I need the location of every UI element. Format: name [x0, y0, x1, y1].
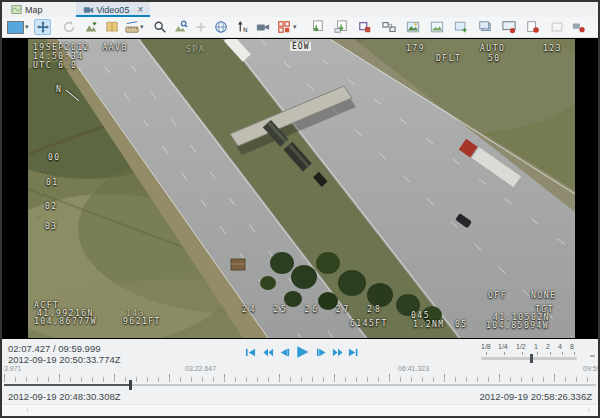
- scroll-right-icon[interactable]: ›: [587, 405, 590, 416]
- rewind-button[interactable]: [262, 347, 274, 358]
- ruler-label-4: 09:59: [583, 365, 600, 372]
- hud-utc-offset: UTC 6.0: [33, 61, 77, 70]
- step-forward-icon: [316, 347, 327, 358]
- seek-remaining: [132, 384, 596, 386]
- tab-video05[interactable]: Video05 ×: [76, 2, 151, 17]
- hud-fifty: 50: [488, 54, 501, 63]
- image-gallery-button[interactable]: [404, 19, 421, 35]
- image-chart-icon: [406, 20, 420, 34]
- pan-tool-button[interactable]: [34, 19, 51, 35]
- fast-forward-button[interactable]: [332, 347, 344, 358]
- snapshot-button[interactable]: [428, 19, 445, 35]
- speed-label-8x: 8: [570, 343, 574, 350]
- ruler-label-3: 06:41.323: [398, 365, 429, 372]
- surface-magnifier-icon: [174, 20, 188, 34]
- skip-start-icon: [245, 347, 256, 358]
- timeline-scroll-strip[interactable]: ‹ ›: [2, 404, 598, 417]
- hud-tgt-lon: 104.85094W: [486, 321, 549, 330]
- record-clip-button[interactable]: [524, 19, 541, 35]
- stop-record-icon: [550, 20, 564, 34]
- north-indicator: N: [56, 85, 62, 94]
- link-views-button[interactable]: [380, 19, 397, 35]
- export-frames-button[interactable]: [332, 19, 349, 35]
- speed-label-4x: 4: [558, 343, 562, 350]
- multiplexer-caret-icon[interactable]: ▾: [293, 23, 297, 31]
- camera-record-button[interactable]: [570, 19, 587, 35]
- hud-date: 19SEP2012 AAVB: [33, 43, 128, 52]
- add-image-icon: [454, 20, 468, 34]
- fast-forward-icon: [332, 347, 344, 358]
- add-graphic-icon: [194, 20, 208, 34]
- magnifier-icon: [153, 20, 167, 34]
- seek-bar[interactable]: [4, 384, 596, 387]
- speed-label-1x: 1: [534, 343, 538, 350]
- hud-eow-flag: EOW: [290, 42, 311, 51]
- save-frame-button[interactable]: [308, 19, 325, 35]
- tab-map[interactable]: Map: [4, 2, 50, 17]
- follow-camera-icon: [256, 20, 270, 34]
- picture-icon: [430, 20, 444, 34]
- video-viewport[interactable]: 19SEP2012 AAVB 14:50:34 UTC 6.0 SPA EOW …: [28, 39, 575, 338]
- export-frames-icon: [334, 20, 348, 34]
- video-multiplexer-button[interactable]: [275, 19, 292, 35]
- hud-scale-02: 02: [45, 202, 58, 211]
- add-graphic-button[interactable]: [192, 19, 209, 35]
- hud-none: NONE: [531, 291, 556, 300]
- hud-heading: 179: [406, 44, 425, 53]
- measure-caret-icon[interactable]: ▾: [140, 23, 144, 31]
- hud-dflt: DFLT: [436, 54, 461, 63]
- scroll-left-icon[interactable]: ‹: [26, 405, 29, 416]
- current-utc-readout: 2012-09-19 20:50:33.774Z: [8, 354, 121, 365]
- step-back-button[interactable]: [279, 347, 290, 358]
- seek-handle[interactable]: [129, 380, 132, 390]
- explore-tool-button[interactable]: [151, 19, 168, 35]
- skip-to-end-button[interactable]: [348, 347, 359, 358]
- timeline-ruler: [4, 374, 596, 382]
- north-arrow-line: [66, 90, 80, 102]
- hud-time: 14:50:34: [33, 52, 84, 61]
- speed-track[interactable]: [481, 357, 577, 360]
- previous-extent-button[interactable]: [60, 19, 77, 35]
- magnify-surface-button[interactable]: [172, 19, 189, 35]
- seek-progress: [4, 384, 130, 386]
- step-back-icon: [279, 347, 290, 358]
- zoom-to-extent-button[interactable]: [82, 19, 99, 35]
- hud-scale-dot: ·: [40, 166, 46, 175]
- speed-handle[interactable]: [530, 354, 533, 363]
- hud-heading-tape: 24 25 26 27 28: [242, 305, 383, 314]
- graphics-color-swatch[interactable]: [7, 21, 24, 34]
- previous-extent-icon: [62, 20, 76, 34]
- measure-tool-button[interactable]: [123, 19, 140, 35]
- clip-frames-button[interactable]: [356, 19, 373, 35]
- follow-camera-button[interactable]: [254, 19, 271, 35]
- rewind-icon: [262, 347, 274, 358]
- hud-auto-mode: AUTO: [480, 44, 505, 53]
- image-stack-button[interactable]: [476, 19, 493, 35]
- position-readout: 02:07.427 / 09:59.999: [8, 343, 100, 354]
- video-camera-icon: [83, 4, 94, 15]
- panel-grip[interactable]: [590, 355, 595, 357]
- bookmarks-button[interactable]: [103, 19, 120, 35]
- rotate-globe-button[interactable]: [212, 19, 229, 35]
- add-image-button[interactable]: [452, 19, 469, 35]
- record-clip-icon: [526, 20, 540, 34]
- step-forward-button[interactable]: [316, 347, 327, 358]
- hud-acft-lon: 104.86777W: [34, 317, 97, 326]
- video-player-window: Map Video05 × ▾ ▾ N ▾: [0, 0, 600, 418]
- play-button[interactable]: [295, 345, 309, 359]
- present-record-button[interactable]: [500, 19, 517, 35]
- tab-bar: Map Video05 ×: [2, 2, 598, 18]
- speed-label-half: 1/2: [516, 343, 526, 350]
- hud-off: OFF: [488, 291, 507, 300]
- camera-record-icon: [572, 20, 586, 34]
- skip-to-start-button[interactable]: [245, 347, 256, 358]
- link-views-icon: [382, 20, 396, 34]
- stop-record-button[interactable]: [548, 19, 565, 35]
- swatch-caret-icon[interactable]: ▾: [25, 23, 29, 31]
- close-tab-icon[interactable]: ×: [137, 6, 143, 14]
- speed-slider: 1/8 1/4 1/2 1 2 4 8: [481, 343, 585, 363]
- north-arrow-icon: N: [235, 20, 249, 34]
- hud-scale-00: 00: [48, 153, 61, 162]
- hud-scale-03: 03: [45, 222, 58, 231]
- north-align-button[interactable]: N: [233, 19, 250, 35]
